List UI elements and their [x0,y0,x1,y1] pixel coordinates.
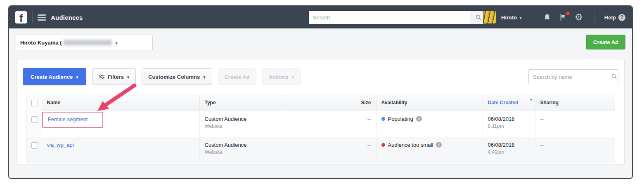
filters-icon [99,74,104,79]
page: f Audiences Hiroto [0,0,644,188]
page-title: Audiences [51,14,83,21]
divider [32,12,33,23]
menu-icon[interactable] [38,14,46,21]
date-created: 06/08/2018 [488,142,515,148]
audience-type: Custom Audience [205,116,247,122]
screenshot-frame: f Audiences Hiroto [8,5,633,179]
chevron-down-icon [291,74,294,80]
column-header-size[interactable]: Size [288,95,376,111]
divider [594,12,594,23]
search-input[interactable] [309,11,471,24]
flag-notification-icon[interactable] [558,12,568,23]
audiences-card: Create Audience Filters Customize Column… [17,59,625,164]
status-dot-too-small [381,143,385,147]
create-ad-disabled-button: Create Ad [218,68,256,85]
column-header-sharing[interactable]: Sharing [535,95,615,111]
row-checkbox[interactable] [31,116,38,123]
audience-type-detail: Website [205,149,283,155]
time-created: 8:11pm [488,123,530,129]
gear-icon[interactable]: ⚙ [573,12,584,23]
account-name-label: Hiroto Kuyama ( [20,40,62,46]
user-name: Hiroto [501,14,517,21]
date-created: 06/08/2018 [488,116,515,122]
audience-type: Custom Audience [205,142,247,148]
notification-badge-dot [566,12,570,15]
help-label: Help [604,14,616,21]
column-header-date-created[interactable]: Date Created [483,95,535,111]
create-ad-button[interactable]: Create Ad [586,35,625,49]
create-audience-button[interactable]: Create Audience [23,68,86,85]
table-row: Female segment Custom Audience Website -… [26,111,615,137]
chevron-down-icon [203,74,206,80]
audience-size: -- [288,137,376,163]
filters-button[interactable]: Filters [92,68,136,85]
table-row: via_wp_api Custom Audience Website -- Au… [26,137,615,163]
user-menu[interactable]: Hiroto [501,14,522,21]
chevron-down-icon [115,40,117,46]
actions-disabled-button: Actions [262,68,301,85]
global-search [308,10,487,24]
help-button[interactable]: Help ? [604,14,625,21]
top-nav-bar: f Audiences Hiroto [9,6,632,28]
top-nav-right: Hiroto ⚙ Help ? [483,6,632,28]
time-created: 4:49pm [488,149,530,155]
status-dot-populating [381,117,385,121]
question-mark-icon: ? [618,14,625,21]
audience-name-link[interactable]: Female segment [48,116,88,122]
avatar[interactable] [483,11,496,24]
chevron-down-icon [127,74,130,80]
column-header-availability[interactable]: Availability [376,95,483,111]
chevron-down-icon [519,14,522,21]
chevron-down-icon [76,74,78,80]
redacted-account-id [63,40,112,45]
ad-account-selector[interactable]: Hiroto Kuyama ( [16,35,153,50]
column-header-type[interactable]: Type [199,95,288,111]
annotation-highlight-box: Female segment [42,112,104,128]
column-header-name[interactable]: Name [42,95,199,111]
audience-name-link[interactable]: via_wp_api [47,142,74,148]
info-icon[interactable] [416,116,422,122]
audience-type-detail: Website [205,123,283,129]
toolbar: Create Audience Filters Customize Column… [23,68,618,86]
sharing-value: -- [535,111,615,137]
customize-columns-button[interactable]: Customize Columns [142,68,212,85]
availability-label: Populating [388,116,413,122]
search-icon[interactable] [610,70,618,84]
sharing-value: -- [535,137,615,163]
audience-size: -- [288,111,376,137]
availability-label: Audience too small [388,142,433,148]
audiences-table: Name Type Size Availability Date Created… [26,95,615,163]
info-icon[interactable] [436,142,442,148]
sort-descending-icon [530,96,532,103]
divider [532,12,532,23]
select-all-checkbox[interactable] [31,100,38,106]
row-checkbox[interactable] [31,142,38,149]
facebook-logo-icon[interactable]: f [15,11,27,24]
notifications-bell-icon[interactable] [542,12,553,23]
account-band: Hiroto Kuyama ( Create Ad [9,28,632,58]
table-header-row: Name Type Size Availability Date Created… [26,95,615,111]
search-by-name [528,69,618,84]
search-by-name-input[interactable] [529,70,610,84]
